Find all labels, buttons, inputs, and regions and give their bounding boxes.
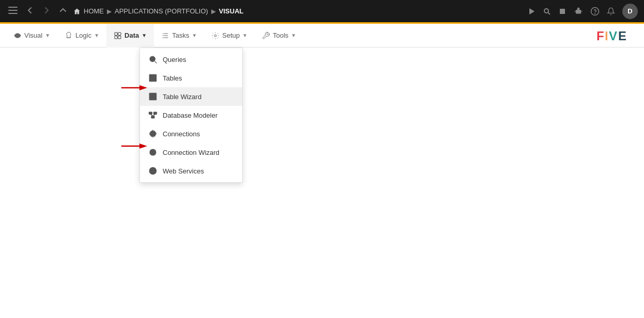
dropdown-item-database-modeler[interactable]: Database Modeler	[140, 106, 242, 124]
svg-rect-23	[118, 36, 121, 38]
dropdown-item-database-modeler-label: Database Modeler	[163, 112, 217, 119]
svg-point-10	[579, 11, 580, 12]
tables-icon	[148, 73, 158, 83]
dropdown-item-connection-wizard[interactable]: Connection Wizard	[140, 143, 242, 162]
nav-item-setup-label: Setup	[222, 31, 240, 39]
eye-icon	[13, 31, 22, 40]
search-button[interactable]	[543, 7, 551, 15]
breadcrumb-sep-1: ▶	[107, 8, 112, 15]
topbar: HOME ▶ APPLICATIONS (PORTFOLIO) ▶ VISUAL	[0, 0, 644, 24]
navbar: Visual ▼ Logic ▼ Data ▼	[0, 24, 644, 47]
nav-item-tasks-label: Tasks	[172, 31, 189, 39]
dropdown-item-queries-label: Queries	[163, 56, 186, 63]
stop-button[interactable]	[558, 7, 567, 15]
tools-dropdown-arrow: ▼	[291, 33, 296, 38]
main-content	[0, 47, 644, 318]
svg-point-51	[150, 131, 156, 137]
svg-rect-22	[115, 36, 117, 38]
tools-icon	[262, 31, 270, 40]
svg-point-27	[214, 35, 216, 37]
svg-rect-46	[154, 112, 157, 115]
svg-rect-11	[577, 13, 580, 13]
svg-rect-37	[149, 74, 156, 82]
visual-dropdown-arrow: ▼	[45, 33, 50, 38]
nav-item-data-label: Data	[124, 31, 139, 39]
db-modeler-icon	[148, 110, 158, 120]
logic-dropdown-arrow: ▼	[94, 33, 99, 38]
logic-icon	[65, 31, 73, 40]
up-icon[interactable]	[57, 4, 69, 19]
svg-text:F: F	[596, 29, 604, 43]
svg-text:E: E	[618, 29, 626, 43]
nav-item-tasks[interactable]: Tasks ▼	[154, 24, 204, 47]
svg-rect-47	[151, 116, 154, 119]
nav-item-setup[interactable]: Setup ▼	[204, 24, 255, 47]
nav-item-data[interactable]: Data ▼	[106, 24, 154, 47]
web-services-icon	[148, 166, 158, 176]
svg-rect-1	[8, 10, 18, 11]
svg-line-5	[548, 12, 551, 14]
tasks-icon	[161, 31, 169, 40]
svg-text:V: V	[609, 29, 617, 43]
breadcrumb-visual[interactable]: VISUAL	[219, 7, 244, 15]
svg-point-13	[578, 7, 579, 8]
table-wizard-icon	[148, 92, 158, 101]
dropdown-item-connection-wizard-label: Connection Wizard	[163, 149, 219, 156]
forward-icon[interactable]	[40, 4, 53, 19]
gear-icon	[211, 31, 219, 40]
nav-item-tools-label: Tools	[273, 31, 288, 39]
five-logo-svg: F I V E	[596, 28, 638, 43]
nav-item-logic-label: Logic	[75, 31, 91, 39]
robot-icon[interactable]	[574, 7, 583, 16]
svg-marker-3	[529, 8, 535, 14]
menu-icon[interactable]	[6, 5, 20, 18]
topbar-actions: D	[527, 4, 638, 19]
five-logo: F I V E	[596, 28, 638, 43]
svg-point-17	[595, 13, 595, 13]
dropdown-item-table-wizard-label: Table Wizard	[163, 93, 201, 101]
svg-rect-20	[115, 33, 117, 35]
dropdown-item-connections[interactable]: Connections	[140, 124, 242, 143]
dropdown-item-web-services[interactable]: Web Services	[140, 162, 242, 180]
dropdown-item-connections-label: Connections	[163, 130, 200, 138]
dropdown-item-web-services-label: Web Services	[163, 167, 204, 175]
connection-wizard-icon	[148, 148, 158, 157]
svg-text:I: I	[605, 29, 608, 43]
svg-rect-6	[560, 9, 565, 14]
setup-dropdown-arrow: ▼	[242, 33, 247, 38]
connections-icon	[148, 129, 158, 138]
svg-rect-21	[118, 33, 121, 35]
svg-rect-42	[149, 93, 156, 100]
tasks-dropdown-arrow: ▼	[192, 33, 197, 38]
avatar[interactable]: D	[622, 4, 638, 19]
dropdown-item-table-wizard[interactable]: Table Wizard	[140, 87, 242, 106]
breadcrumb: HOME ▶ APPLICATIONS (PORTFOLIO) ▶ VISUAL	[73, 7, 523, 15]
svg-point-36	[151, 58, 154, 60]
breadcrumb-sep-2: ▶	[211, 8, 216, 15]
queries-icon	[148, 55, 158, 64]
svg-point-4	[544, 9, 548, 13]
svg-rect-45	[149, 112, 152, 115]
nav-items: Visual ▼ Logic ▼ Data ▼	[6, 24, 596, 47]
svg-point-16	[591, 7, 599, 15]
breadcrumb-home[interactable]: HOME	[73, 7, 104, 15]
svg-rect-0	[8, 7, 18, 8]
svg-point-9	[577, 11, 578, 12]
nav-item-visual[interactable]: Visual ▼	[6, 24, 57, 47]
bell-icon[interactable]	[607, 7, 615, 15]
dropdown-item-queries[interactable]: Queries	[140, 50, 242, 69]
breadcrumb-portfolio[interactable]: APPLICATIONS (PORTFOLIO)	[115, 7, 208, 15]
play-button[interactable]	[527, 7, 536, 15]
nav-item-visual-label: Visual	[24, 31, 42, 39]
dropdown-item-tables-label: Tables	[163, 74, 182, 82]
help-icon[interactable]	[590, 7, 600, 16]
data-dropdown-arrow: ▼	[142, 33, 147, 38]
data-dropdown-menu: Queries Tables Table Wizard	[139, 47, 243, 183]
dropdown-item-tables[interactable]: Tables	[140, 69, 242, 87]
svg-rect-2	[8, 13, 18, 14]
nav-item-logic[interactable]: Logic ▼	[57, 24, 106, 47]
grid-icon	[114, 31, 122, 40]
nav-item-tools[interactable]: Tools ▼	[255, 24, 303, 47]
back-icon[interactable]	[24, 4, 36, 19]
